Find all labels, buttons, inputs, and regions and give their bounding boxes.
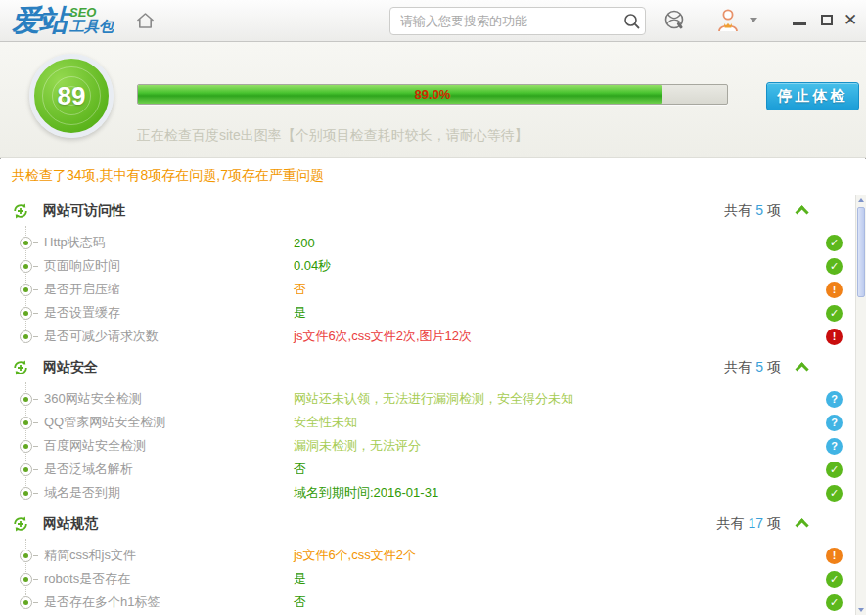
check-row: 百度网站安全检测 漏洞未检测，无法评分 (0, 434, 866, 458)
summary-text: 共检查了34项,其中有8项存在问题,7项存在严重问题 (0, 159, 866, 192)
check-row: 是否泛域名解析 否 (0, 458, 866, 481)
stop-check-button[interactable]: 停止体检 (766, 82, 859, 110)
maximize-icon[interactable] (821, 15, 833, 25)
check-label: 页面响应时间 (44, 257, 120, 275)
app-logo: 爱站 SEO 工具包 (12, 1, 114, 41)
check-label: 是否泛域名解析 (44, 461, 133, 478)
status-icon (826, 594, 843, 611)
logo-text-main: 爱站 (12, 1, 67, 41)
section-title: 网站安全 (43, 359, 98, 376)
search-icon[interactable] (619, 8, 645, 34)
refresh-scan-icon (12, 202, 29, 220)
check-label: 域名是否到期 (44, 484, 120, 502)
check-value: js文件6个,css文件2个 (294, 547, 416, 564)
logo-text-sub: 工具包 (69, 19, 114, 34)
refresh-scan-icon (12, 515, 29, 533)
score-value: 89 (58, 81, 86, 111)
check-label: QQ管家网站安全检测 (44, 414, 165, 431)
check-value: 安全性未知 (294, 414, 357, 431)
check-value: 0.04秒 (294, 257, 331, 275)
check-value: 否 (294, 461, 306, 478)
check-row: QQ管家网站安全检测 安全性未知 (0, 411, 866, 434)
status-icon (826, 548, 843, 564)
health-check-panel: 89 89.0% 停止体检 正在检查百度site出图率【个别项目检查耗时较长，请… (0, 42, 866, 158)
status-icon (826, 282, 843, 298)
progress-bar: 89.0% (137, 84, 728, 105)
minimize-icon[interactable] (793, 22, 806, 25)
check-label: robots是否存在 (44, 570, 130, 588)
bullet-icon (20, 393, 32, 406)
check-value: 200 (294, 236, 315, 250)
app-window: 爱站 SEO 工具包 (0, 0, 866, 616)
status-icon (826, 438, 843, 455)
status-icon (826, 235, 843, 251)
status-icon (826, 571, 843, 588)
section-count: 共有5项 (724, 202, 781, 220)
bullet-icon (20, 596, 32, 609)
check-label: 是否开启压缩 (44, 281, 120, 298)
section-header-accessibility: 网站可访问性 共有5项 (0, 192, 866, 231)
section-title: 网站可访问性 (43, 202, 125, 220)
bullet-icon (20, 417, 32, 429)
check-value: 域名到期时间:2016-01-31 (294, 484, 438, 502)
status-icon (826, 258, 843, 275)
check-row: 域名是否到期 域名到期时间:2016-01-31 (0, 481, 866, 505)
bullet-icon (20, 463, 32, 476)
chevron-up-icon[interactable] (796, 518, 809, 532)
user-vip-icon[interactable] (715, 7, 741, 38)
check-row: 是否存在多个h1标签 否 (0, 591, 866, 614)
score-badge: 89 (29, 54, 114, 138)
check-status-message: 正在检查百度site出图率【个别项目检查耗时较长，请耐心等待】 (137, 127, 528, 145)
bullet-icon (20, 284, 32, 296)
globe-wrench-icon[interactable] (663, 9, 686, 35)
scrollbar-thumb[interactable] (857, 207, 865, 297)
check-value: 否 (294, 594, 306, 611)
status-icon (826, 391, 843, 408)
status-icon (826, 305, 843, 322)
title-bar: 爱站 SEO 工具包 (0, 0, 866, 42)
status-icon (826, 462, 843, 478)
scroll-up-icon[interactable] (857, 195, 865, 205)
check-value: 漏洞未检测，无法评分 (294, 437, 421, 455)
results-area: 共检查了34项,其中有8项存在问题,7项存在严重问题 网站可访问性 共有5项 H… (0, 159, 866, 616)
bullet-icon (20, 237, 32, 249)
scrollbar (855, 195, 866, 615)
check-value: js文件6次,css文件2次,图片12次 (294, 328, 472, 345)
bullet-icon (20, 573, 32, 586)
status-icon (826, 415, 843, 431)
check-row: Http状态码 200 (0, 231, 866, 254)
bullet-icon (20, 550, 32, 562)
section-count: 共有5项 (724, 359, 781, 376)
status-icon (826, 485, 843, 502)
check-label: 是否可减少请求次数 (44, 328, 159, 345)
check-label: 百度网站安全检测 (44, 437, 146, 455)
check-value: 网站还未认领，无法进行漏洞检测，安全得分未知 (294, 390, 573, 408)
section-header-standards: 网站规范 共有17项 (0, 505, 866, 544)
refresh-scan-icon (12, 359, 29, 376)
check-row: 是否可减少请求次数 js文件6次,css文件2次,图片12次 (0, 325, 866, 348)
section-header-security: 网站安全 共有5项 (0, 348, 866, 387)
scroll-down-icon[interactable] (857, 604, 865, 615)
home-icon[interactable] (133, 9, 157, 32)
section-rows: Http状态码 200 页面响应时间 0.04秒 是否开启压缩 否 是否设置缓存… (0, 231, 866, 348)
section-count: 共有17项 (716, 515, 781, 533)
check-label: 360网站安全检测 (44, 390, 142, 408)
chevron-down-icon[interactable] (750, 18, 757, 22)
check-label: 是否设置缓存 (44, 304, 120, 322)
check-row: 是否设置缓存 是 (0, 301, 866, 325)
progress-percent: 89.0% (138, 85, 727, 104)
bullet-icon (20, 330, 32, 343)
check-value: 否 (294, 281, 306, 298)
close-icon[interactable]: ✕ (843, 10, 857, 31)
bullet-icon (20, 307, 32, 320)
check-row: 页面响应时间 0.04秒 (0, 254, 866, 278)
section-title: 网站规范 (43, 515, 98, 533)
chevron-up-icon[interactable] (796, 362, 809, 375)
search-input[interactable] (390, 14, 619, 28)
chevron-up-icon[interactable] (796, 205, 809, 219)
bullet-icon (20, 487, 32, 500)
check-row: robots是否存在 是 (0, 567, 866, 591)
check-value: 是 (294, 570, 306, 588)
section-rows: 360网站安全检测 网站还未认领，无法进行漏洞检测，安全得分未知 QQ管家网站安… (0, 387, 866, 505)
check-label: 是否存在多个h1标签 (44, 594, 160, 611)
